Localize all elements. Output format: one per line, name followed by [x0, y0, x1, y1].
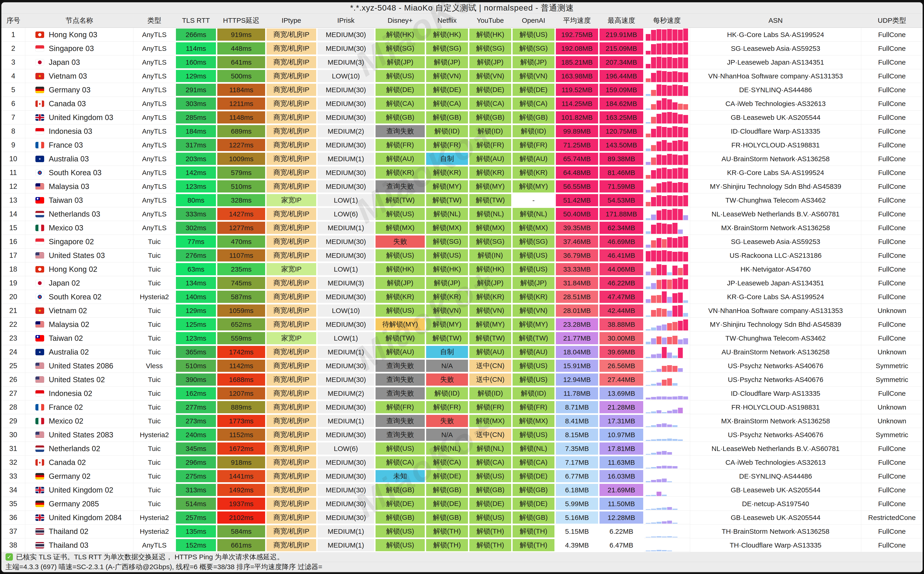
- node-name: Thailand 03: [49, 541, 88, 550]
- youtube-status-chip-wrap: 解锁(SG): [469, 42, 512, 55]
- tls-rtt-chip-wrap: 162ms: [175, 386, 217, 400]
- avg-speed-chip-wrap: 99.89MB: [555, 125, 599, 138]
- node-type-cell: Tuic: [133, 469, 175, 483]
- udp-type-cell: FullCone: [861, 525, 922, 538]
- openai-status-chip: 解锁(DE): [512, 84, 555, 96]
- speed-bar: [672, 71, 677, 82]
- openai-status-chip-wrap: 解锁(US): [512, 28, 555, 41]
- speed-bar: [662, 57, 667, 68]
- speed-bar: [683, 128, 688, 137]
- speed-bar: [656, 466, 661, 468]
- speed-bar: [678, 368, 683, 372]
- speed-bar: [672, 30, 677, 41]
- avg-speed-chip-wrap: 11.78MB: [555, 386, 599, 400]
- youtube-status-chip: 解锁(US): [469, 470, 511, 482]
- ip-type-chip: 商宽/机房IP: [266, 28, 316, 41]
- speed-bar: [672, 410, 677, 413]
- udp-type-cell: FullCone: [861, 42, 922, 55]
- avg-speed-chip-wrap: 15.91MB: [555, 359, 599, 372]
- https-latency-chip-wrap: 1207ms: [217, 386, 266, 400]
- udp-type-cell: Symmetric: [861, 373, 922, 386]
- avg-speed-chip: 8.41MB: [556, 415, 598, 427]
- speed-chart: [644, 345, 690, 359]
- seq-cell: 30: [2, 428, 25, 442]
- disney-status-chip: 解锁(AU): [375, 153, 425, 165]
- max-speed-chip-wrap: 39.69MB: [599, 345, 644, 359]
- speed-bar: [672, 238, 677, 248]
- youtube-status-chip: 解锁(DE): [469, 84, 511, 96]
- disney-status-chip-wrap: 解锁(JP): [375, 276, 426, 290]
- ip-risk-chip: MEDIUM(30): [318, 84, 374, 96]
- https-latency-chip: 1107ms: [217, 249, 265, 262]
- ip-risk-chip: LOW(6): [318, 208, 374, 220]
- https-latency-chip-wrap: 661ms: [217, 538, 266, 552]
- disney-status-chip: 解锁(KR): [375, 167, 425, 179]
- tls-rtt-chip-wrap: 365ms: [175, 345, 217, 359]
- tls-rtt-chip: 240ms: [176, 429, 216, 441]
- netflix-status-chip-wrap: 解锁(NL): [426, 207, 469, 221]
- openai-status-chip-wrap: 解锁(TW): [512, 331, 555, 345]
- node-name: Malaysia 03: [49, 182, 89, 191]
- max-speed-chip: 219.91MB: [599, 28, 643, 41]
- speed-bar: [662, 112, 667, 123]
- speed-bar: [646, 299, 651, 303]
- ip-risk-chip-wrap: MEDIUM(30): [317, 373, 375, 386]
- asn-cell: MX·BrainStorm Network·AS136258: [690, 221, 861, 235]
- speed-bar: [656, 522, 661, 524]
- speed-bar: [651, 214, 656, 220]
- speed-bar: [683, 264, 688, 275]
- speed-bar: [683, 396, 688, 399]
- tls-rtt-chip: 276ms: [176, 249, 216, 262]
- youtube-status-chip-wrap: 解锁(MY): [469, 318, 512, 331]
- openai-status-chip: 解锁(FR): [512, 401, 555, 413]
- speed-bar: [667, 181, 672, 192]
- max-speed-chip: 89.38MB: [599, 153, 643, 165]
- speed-chart: [644, 97, 690, 110]
- openai-status-chip-wrap: 解锁(MX): [512, 221, 555, 235]
- ip-type-chip: 商宽/机房IP: [266, 139, 316, 151]
- netflix-status-chip-wrap: 解锁(MX): [426, 221, 469, 235]
- https-latency-chip: 1427ms: [217, 208, 265, 220]
- flag-glyph: ★: [35, 349, 44, 355]
- node-type-cell: Tuic: [133, 331, 175, 345]
- tls-rtt-chip-wrap: 296ms: [175, 456, 217, 469]
- speed-bar: [667, 224, 672, 234]
- udp-type-cell: FullCone: [861, 138, 922, 152]
- speed-bar: [656, 383, 661, 386]
- ip-risk-chip: MEDIUM(30): [318, 511, 374, 524]
- ip-type-chip: 商宽/机房IP: [266, 360, 316, 372]
- disney-status-chip: 解锁(HK): [375, 28, 425, 41]
- max-speed-chip-wrap: 38.88MB: [599, 318, 644, 331]
- node-name-cell: ★Vietnam 02: [25, 304, 133, 318]
- openai-status-chip: 解锁(US): [512, 374, 555, 386]
- speed-bar: [656, 536, 661, 538]
- https-latency-chip-wrap: 1148ms: [217, 110, 266, 124]
- node-name: Germany 2085: [49, 500, 99, 508]
- asn-cell: HK·G-Core Labs SA·AS199524: [690, 28, 861, 42]
- https-latency-chip: 745ms: [217, 277, 265, 289]
- youtube-status-chip: 解锁(KR): [469, 291, 511, 303]
- youtube-status-chip: 解锁(SG): [469, 42, 511, 55]
- openai-status-chip-wrap: 解锁(GB): [512, 110, 555, 124]
- speed-bar: [672, 509, 677, 510]
- tls-rtt-chip-wrap: 129ms: [175, 304, 217, 317]
- disney-status-chip-wrap: 解锁(HK): [375, 28, 426, 41]
- speed-bar: [656, 410, 661, 413]
- speed-bar: [656, 210, 661, 220]
- ip-type-chip: 商宽/机房IP: [266, 429, 316, 441]
- tls-rtt-chip: 125ms: [176, 318, 216, 330]
- asn-cell: FR·HOLYCLOUD·AS198831: [690, 401, 861, 414]
- max-speed-chip: 47.47MB: [599, 291, 643, 303]
- node-name: United Kingdom 02: [49, 486, 114, 494]
- seq-cell: 36: [2, 511, 25, 525]
- youtube-status-chip: 解锁(MY): [469, 318, 511, 330]
- ip-risk-chip: LOW(6): [318, 443, 374, 455]
- max-speed-chip: 21.28MB: [599, 401, 643, 413]
- avg-speed-chip-wrap: 39.35MB: [555, 221, 599, 235]
- asn-cell: SG·Leaseweb Asia·AS59253: [690, 42, 861, 55]
- openai-status-chip-wrap: 解锁(US): [512, 373, 555, 386]
- ip-risk-chip-wrap: MEDIUM(30): [317, 428, 375, 442]
- tls-rtt-chip: 123ms: [176, 332, 216, 344]
- speed-bar: [678, 348, 683, 358]
- speed-bar: [662, 380, 667, 386]
